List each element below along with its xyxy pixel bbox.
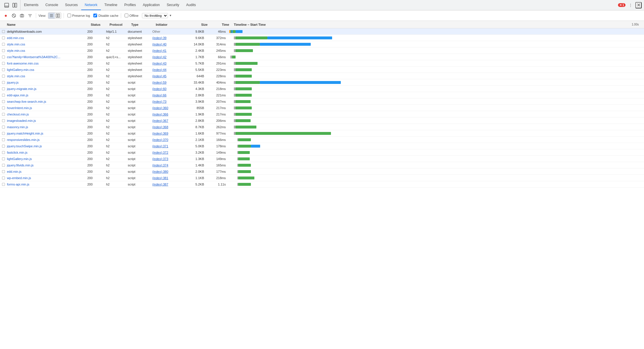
cell-size: 2.8KB bbox=[185, 93, 206, 97]
table-row[interactable]: jquery.js200h2script(index):5933.4KB404m… bbox=[0, 79, 644, 86]
cell-timeline bbox=[228, 98, 644, 104]
col-name-header[interactable]: Name bbox=[5, 23, 88, 26]
table-row[interactable]: responsiveslides.min.js200h2script(index… bbox=[0, 137, 644, 143]
table-row[interactable]: style.min.css200h2stylesheet(index):412.… bbox=[0, 47, 644, 54]
col-time-header[interactable]: Time bbox=[210, 23, 232, 26]
table-row[interactable]: edd.min.js200h2script(index):3802.0KB177… bbox=[0, 168, 644, 175]
cell-size: 5.7KB bbox=[185, 62, 206, 65]
offline-check[interactable]: Offline bbox=[125, 14, 139, 17]
cell-name: responsiveslides.min.js bbox=[6, 138, 85, 142]
close-devtools-button[interactable]: ✕ bbox=[635, 2, 642, 8]
table-row[interactable]: jquery.matchHeight.min.js200h2script(ind… bbox=[0, 130, 644, 137]
tab-application[interactable]: Application bbox=[139, 0, 163, 10]
table-row[interactable]: wp-embed.min.js200h2script(index):3811.1… bbox=[0, 175, 644, 181]
tl-main-bar bbox=[232, 56, 236, 58]
tl-main-bar bbox=[238, 164, 251, 167]
table-row[interactable]: hoverIntent.min.js200h2script(index):360… bbox=[0, 105, 644, 111]
tl-blue-bar bbox=[267, 36, 332, 39]
col-status-header[interactable]: Status bbox=[88, 23, 107, 26]
cell-timeline bbox=[228, 73, 644, 79]
cell-timeline bbox=[228, 168, 644, 174]
cell-time: 217ms bbox=[206, 113, 228, 116]
tab-profiles[interactable]: Profiles bbox=[121, 0, 139, 10]
tab-audits[interactable]: Audits bbox=[183, 0, 199, 10]
table-row[interactable]: forms-api.min.js200h2script(index):3875.… bbox=[0, 181, 644, 188]
tl-main-bar bbox=[236, 43, 260, 46]
table-row[interactable]: imagesloaded.min.js200h2script(index):36… bbox=[0, 117, 644, 124]
timeline-bar-container bbox=[229, 36, 643, 40]
row-checkbox bbox=[1, 56, 6, 58]
cell-name: fastclick.min.js bbox=[6, 151, 85, 154]
cell-protocol: h2 bbox=[104, 125, 125, 129]
stop-button[interactable] bbox=[10, 12, 17, 19]
row-checkbox bbox=[1, 100, 6, 103]
table-row[interactable]: edd.min.css200h2stylesheet(index):399.6K… bbox=[0, 35, 644, 41]
cell-type: script bbox=[125, 164, 150, 167]
table-row[interactable]: css?family=Montserrat%3A400%2C...200quic… bbox=[0, 54, 644, 60]
table-row[interactable]: style.min.css200h2stylesheet(index):4564… bbox=[0, 73, 644, 79]
table-row[interactable]: checkout.min.js200h2script(index):3661.9… bbox=[0, 111, 644, 117]
table-row[interactable]: jquery-migrate.min.js200h2script(index):… bbox=[0, 86, 644, 92]
table-row[interactable]: edd-ajax.min.js200h2script(index):662.8K… bbox=[0, 92, 644, 98]
table-row[interactable]: lightGallery.min.js200h2script(index):37… bbox=[0, 156, 644, 162]
tab-security[interactable]: Security bbox=[163, 0, 183, 10]
timeline-bar-container bbox=[229, 151, 643, 154]
table-row[interactable]: jquery.fitvids.min.js200h2script(index):… bbox=[0, 162, 644, 168]
col-initiator-header[interactable]: Initiator bbox=[153, 23, 188, 26]
row-checkbox bbox=[1, 68, 6, 71]
camera-button[interactable] bbox=[18, 12, 25, 19]
cell-type: script bbox=[125, 144, 150, 148]
more-options-icon[interactable]: ⋮ bbox=[627, 2, 634, 8]
tab-elements[interactable]: Elements bbox=[21, 0, 42, 10]
record-button[interactable]: ● bbox=[2, 12, 9, 19]
cell-protocol: h2 bbox=[104, 113, 125, 116]
cell-type: script bbox=[125, 93, 150, 97]
disable-cache-check[interactable]: Disable cache bbox=[93, 14, 118, 17]
tab-timeline[interactable]: Timeline bbox=[101, 0, 121, 10]
cell-name: css?family=Montserrat%3A400%2C... bbox=[6, 55, 85, 59]
cell-status: 200 bbox=[85, 43, 104, 46]
cell-status: 200 bbox=[85, 36, 104, 40]
table-row[interactable]: lightGallery.min.css200h2stylesheet(inde… bbox=[0, 67, 644, 73]
offline-label: Offline bbox=[129, 14, 139, 17]
cell-status: 200 bbox=[85, 49, 104, 52]
cell-initiator: (index):372 bbox=[150, 151, 185, 154]
offline-checkbox[interactable] bbox=[125, 14, 128, 17]
filter-button[interactable] bbox=[27, 12, 34, 19]
cell-initiator: (index):60 bbox=[150, 87, 185, 91]
cell-status: 200 bbox=[85, 170, 104, 173]
tab-sources[interactable]: Sources bbox=[62, 0, 81, 10]
table-row[interactable]: delightfuldownloads.com200http/1.1docume… bbox=[0, 28, 644, 35]
table-row[interactable]: searchwp-live-search.min.js200h2script(i… bbox=[0, 98, 644, 105]
table-row[interactable]: jquery.touchSwipe.min.js200h2script(inde… bbox=[0, 143, 644, 149]
table-row[interactable]: font-awesome.min.css200h2stylesheet(inde… bbox=[0, 60, 644, 67]
preserve-log-checkbox[interactable] bbox=[67, 14, 71, 17]
layout-icon[interactable] bbox=[12, 2, 18, 8]
col-type-header[interactable]: Type bbox=[129, 23, 153, 26]
tl-main-bar bbox=[236, 126, 256, 128]
col-protocol-header[interactable]: Protocol bbox=[107, 23, 129, 26]
cell-time: 314ms bbox=[206, 43, 228, 46]
cell-status: 200 bbox=[85, 81, 104, 84]
dock-icon[interactable] bbox=[3, 2, 10, 8]
cell-size: 1.4KB bbox=[185, 164, 206, 167]
view-group-btn[interactable] bbox=[55, 13, 61, 19]
timeline-bar-container bbox=[229, 144, 643, 148]
tab-console[interactable]: Console bbox=[42, 0, 62, 10]
cell-type: script bbox=[125, 183, 150, 186]
svg-point-7 bbox=[21, 15, 23, 16]
cell-name: checkout.min.js bbox=[6, 113, 85, 116]
table-row[interactable]: masonry.min.js200h2script(index):3688.7K… bbox=[0, 124, 644, 130]
cell-time: 977ms bbox=[206, 132, 228, 135]
table-row[interactable]: style.min.css200h2stylesheet(index):4014… bbox=[0, 41, 644, 47]
tab-network[interactable]: Network bbox=[81, 0, 101, 10]
preserve-log-check[interactable]: Preserve log bbox=[67, 14, 90, 17]
table-row[interactable]: fastclick.min.js200h2script(index):3723.… bbox=[0, 149, 644, 156]
disable-cache-checkbox[interactable] bbox=[93, 14, 97, 17]
cell-protocol: h2 bbox=[104, 151, 125, 154]
cell-protocol: h2 bbox=[104, 138, 125, 142]
col-size-header[interactable]: Size bbox=[188, 23, 210, 26]
cell-size: 5.2KB bbox=[185, 183, 206, 186]
throttle-select[interactable]: No throttlingOfflineSlow 3GFast 3G bbox=[142, 13, 168, 18]
view-list-btn[interactable] bbox=[48, 13, 55, 19]
